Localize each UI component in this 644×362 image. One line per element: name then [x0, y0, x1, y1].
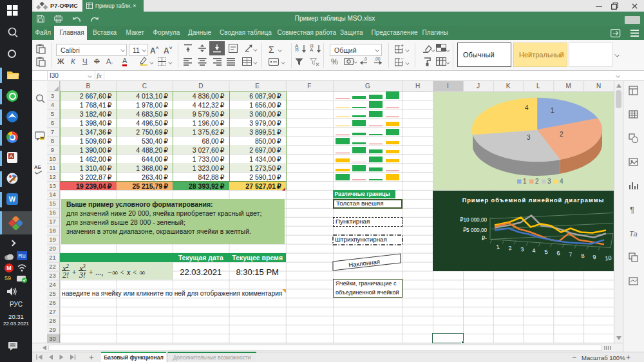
- svg-text:₽5 000,00: ₽5 000,00: [463, 227, 488, 233]
- svg-text:2: 2: [535, 178, 539, 185]
- svg-text:₽10 000,00: ₽10 000,00: [460, 217, 487, 223]
- svg-text:2: 2: [560, 131, 564, 138]
- svg-text:+: +: [401, 44, 404, 49]
- svg-text:.0: .0: [363, 57, 367, 61]
- svg-text:3: 3: [527, 134, 531, 141]
- svg-text:4: 4: [560, 178, 564, 185]
- svg-text:Та: Та: [629, 230, 638, 238]
- svg-text:.00: .00: [374, 57, 381, 61]
- svg-text:4: 4: [525, 104, 529, 111]
- svg-text:₽-: ₽-: [482, 236, 487, 242]
- svg-text:3: 3: [547, 178, 551, 185]
- svg-text:10: 10: [605, 254, 612, 262]
- svg-text:Пример объемной линейной диагр: Пример объемной линейной диаграммы: [462, 196, 605, 203]
- svg-text:1: 1: [551, 107, 554, 114]
- svg-text:1: 1: [523, 178, 527, 185]
- svg-text:¶: ¶: [630, 205, 634, 214]
- svg-text:−: −: [401, 57, 404, 62]
